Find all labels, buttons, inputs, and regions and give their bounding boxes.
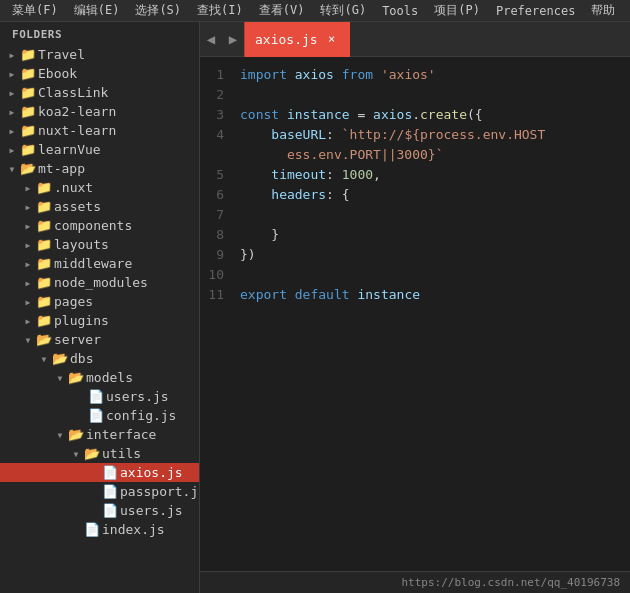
chevron-down-icon <box>36 353 52 364</box>
chevron-down-icon <box>20 334 36 345</box>
sidebar-item-classlink[interactable]: 📁 ClassLink <box>0 83 199 102</box>
folder-icon: 📁 <box>36 237 52 252</box>
sidebar-item-components[interactable]: 📁 components <box>0 216 199 235</box>
folder-open-icon: 📂 <box>68 370 84 385</box>
sidebar-item-passport[interactable]: 📄 passport.js <box>0 482 199 501</box>
folder-open-icon: 📂 <box>68 427 84 442</box>
code-line-1: 1 import axios from 'axios' <box>200 65 630 85</box>
chevron-right-icon <box>20 239 36 250</box>
code-area[interactable]: 1 import axios from 'axios' 2 3 const in… <box>200 57 630 571</box>
chevron-right-icon <box>20 220 36 231</box>
sidebar-item-index[interactable]: 📄 index.js <box>0 520 199 539</box>
chevron-right-icon <box>4 106 20 117</box>
tab-label: axios.js <box>255 32 318 47</box>
sidebar-item-label: pages <box>54 294 93 309</box>
sidebar-header: FOLDERS <box>0 22 199 45</box>
sidebar-item-utils[interactable]: 📂 utils <box>0 444 199 463</box>
line-content: baseURL: `http://${process.env.HOST <box>240 125 630 145</box>
tab-close-button[interactable]: × <box>324 31 340 47</box>
sidebar-item-mt-app[interactable]: 📂 mt-app <box>0 159 199 178</box>
code-line-5: 5 timeout: 1000, <box>200 165 630 185</box>
folder-icon: 📁 <box>20 47 36 62</box>
sidebar: FOLDERS 📁 Travel 📁 Ebook 📁 ClassLink 📁 k… <box>0 22 200 593</box>
folder-icon: 📁 <box>36 313 52 328</box>
line-number <box>200 145 240 165</box>
line-content: ess.env.PORT||3000}` <box>240 145 630 165</box>
menu-item-find[interactable]: 查找(I) <box>189 0 251 21</box>
sidebar-item-label: .nuxt <box>54 180 93 195</box>
folder-icon: 📁 <box>36 294 52 309</box>
sidebar-item-config[interactable]: 📄 config.js <box>0 406 199 425</box>
code-line-7: 7 <box>200 205 630 225</box>
line-number: 11 <box>200 285 240 305</box>
code-line-3: 3 const instance = axios.create({ <box>200 105 630 125</box>
menubar: 菜单(F) 编辑(E) 选择(S) 查找(I) 查看(V) 转到(G) Tool… <box>0 0 630 22</box>
sidebar-item-dbs[interactable]: 📂 dbs <box>0 349 199 368</box>
sidebar-item-middleware[interactable]: 📁 middleware <box>0 254 199 273</box>
sidebar-item-label: index.js <box>102 522 165 537</box>
menu-item-preferences[interactable]: Preferences <box>488 2 583 20</box>
chevron-down-icon <box>52 429 68 440</box>
folder-icon: 📁 <box>20 85 36 100</box>
code-line-11: 11 export default instance <box>200 285 630 305</box>
menu-item-project[interactable]: 项目(P) <box>426 0 488 21</box>
chevron-down-icon <box>4 163 20 174</box>
tab-axios[interactable]: axios.js × <box>244 22 350 57</box>
sidebar-item-layouts[interactable]: 📁 layouts <box>0 235 199 254</box>
sidebar-item-utils-users[interactable]: 📄 users.js <box>0 501 199 520</box>
chevron-right-icon <box>20 315 36 326</box>
chevron-right-icon <box>20 258 36 269</box>
menu-item-tools[interactable]: Tools <box>374 2 426 20</box>
sidebar-item-nuxt-learn[interactable]: 📁 nuxt-learn <box>0 121 199 140</box>
chevron-right-icon <box>20 296 36 307</box>
sidebar-item-pages[interactable]: 📁 pages <box>0 292 199 311</box>
tab-nav-forward[interactable]: ▶ <box>222 22 244 57</box>
sidebar-item-koa2[interactable]: 📁 koa2-learn <box>0 102 199 121</box>
chevron-right-icon <box>4 87 20 98</box>
sidebar-item-interface[interactable]: 📂 interface <box>0 425 199 444</box>
sidebar-item-label: users.js <box>120 503 183 518</box>
menu-item-goto[interactable]: 转到(G) <box>312 0 374 21</box>
menu-item-select[interactable]: 选择(S) <box>127 0 189 21</box>
folder-icon: 📁 <box>20 142 36 157</box>
folder-open-icon: 📂 <box>36 332 52 347</box>
code-line-8: 8 } <box>200 225 630 245</box>
line-number: 6 <box>200 185 240 205</box>
tab-nav-back[interactable]: ◀ <box>200 22 222 57</box>
sidebar-item-label: ClassLink <box>38 85 108 100</box>
folder-icon: 📁 <box>20 66 36 81</box>
menu-item-edit[interactable]: 编辑(E) <box>66 0 128 21</box>
sidebar-item-label: mt-app <box>38 161 85 176</box>
sidebar-item-travel[interactable]: 📁 Travel <box>0 45 199 64</box>
sidebar-item-label: assets <box>54 199 101 214</box>
sidebar-item-ebook[interactable]: 📁 Ebook <box>0 64 199 83</box>
sidebar-item-label: axios.js <box>120 465 183 480</box>
sidebar-item-models[interactable]: 📂 models <box>0 368 199 387</box>
line-number: 8 <box>200 225 240 245</box>
sidebar-item-plugins[interactable]: 📁 plugins <box>0 311 199 330</box>
menu-item-help[interactable]: 帮助 <box>583 0 623 21</box>
sidebar-item-node-modules[interactable]: 📁 node_modules <box>0 273 199 292</box>
line-number: 9 <box>200 245 240 265</box>
folder-icon: 📁 <box>36 218 52 233</box>
sidebar-item-label: utils <box>102 446 141 461</box>
sidebar-item-label: users.js <box>106 389 169 404</box>
chevron-right-icon <box>4 144 20 155</box>
sidebar-item-assets[interactable]: 📁 assets <box>0 197 199 216</box>
chevron-right-icon <box>4 68 20 79</box>
folder-icon: 📁 <box>36 199 52 214</box>
sidebar-item-learnvue[interactable]: 📁 learnVue <box>0 140 199 159</box>
chevron-right-icon <box>20 182 36 193</box>
sidebar-item-axios[interactable]: 📄 axios.js <box>0 463 199 482</box>
sidebar-item-models-users[interactable]: 📄 users.js <box>0 387 199 406</box>
sidebar-item-label: koa2-learn <box>38 104 116 119</box>
sidebar-item-server[interactable]: 📂 server <box>0 330 199 349</box>
menu-item-view[interactable]: 查看(V) <box>251 0 313 21</box>
sidebar-item-nuxt[interactable]: 📁 .nuxt <box>0 178 199 197</box>
menu-item-file[interactable]: 菜单(F) <box>4 0 66 21</box>
code-line-4b: ess.env.PORT||3000}` <box>200 145 630 165</box>
sidebar-item-label: config.js <box>106 408 176 423</box>
main-layout: FOLDERS 📁 Travel 📁 Ebook 📁 ClassLink 📁 k… <box>0 22 630 593</box>
line-content: } <box>240 225 630 245</box>
folder-open-icon: 📂 <box>20 161 36 176</box>
